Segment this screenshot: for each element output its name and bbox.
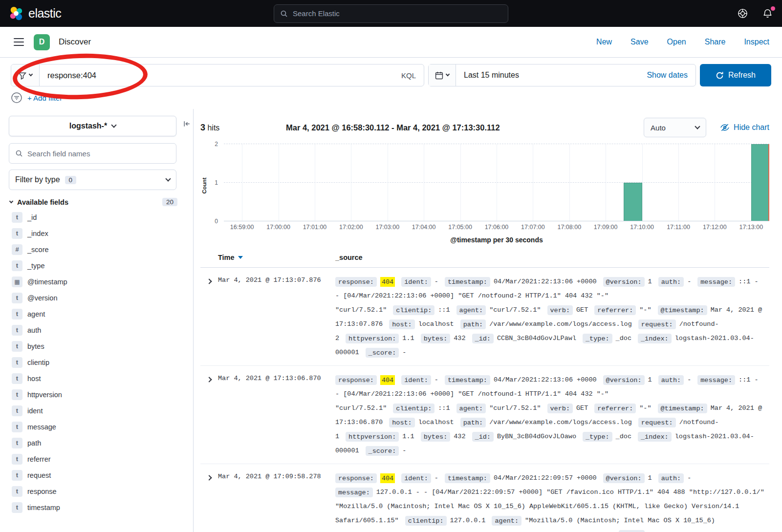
field-item-@timestamp[interactable]: ▦@timestamp	[9, 274, 184, 290]
x-gridline	[279, 144, 279, 221]
index-pattern-select[interactable]: logstash-*	[9, 116, 176, 136]
x-tick-label: 17:05:00	[448, 224, 472, 231]
field-item-response[interactable]: tresponse	[9, 483, 184, 499]
source-field-key: _score:	[366, 348, 399, 358]
source-field-key: response:	[335, 277, 377, 287]
expand-row-button[interactable]	[200, 471, 218, 532]
field-item-auth[interactable]: tauth	[9, 322, 184, 338]
field-item-_id[interactable]: t_id	[9, 209, 184, 225]
global-search-input[interactable]	[293, 9, 502, 18]
appbar-action-save[interactable]: Save	[630, 38, 648, 46]
appbar-action-inspect[interactable]: Inspect	[744, 38, 769, 46]
available-fields-accordion[interactable]: Available fields 20	[9, 198, 184, 206]
global-search[interactable]	[274, 4, 508, 23]
doc-time-cell: Mar 4, 2021 @ 17:09:58.278	[218, 471, 335, 532]
field-name: path	[27, 439, 41, 447]
time-column-header[interactable]: Time	[218, 254, 335, 261]
doc-source-cell: response:404ident:-timestamp:04/Mar/2021…	[335, 471, 769, 532]
field-list: t_idt_index#_scoret_type▦@timestampt@ver…	[9, 209, 184, 515]
source-field-value-highlighted: 404	[380, 375, 395, 385]
expand-row-button[interactable]	[200, 275, 218, 360]
field-item-host[interactable]: thost	[9, 370, 184, 386]
source-field-value: 432	[454, 433, 465, 440]
x-gridline	[715, 144, 715, 221]
x-tick-label: 17:13:00	[739, 224, 763, 231]
y-axis-label: Count	[201, 177, 207, 193]
hits-toolbar: 3 hits Mar 4, 2021 @ 16:58:30.112 - Mar …	[200, 117, 769, 138]
field-search[interactable]	[9, 143, 176, 164]
field-name: request	[27, 471, 51, 479]
sort-descending-icon[interactable]	[238, 256, 243, 259]
field-item-ident[interactable]: tident	[9, 403, 184, 419]
appbar-action-open[interactable]: Open	[667, 38, 686, 46]
add-filter-button[interactable]: + Add filter	[27, 94, 62, 102]
field-item-@version[interactable]: t@version	[9, 290, 184, 306]
chevron-down-icon	[695, 124, 700, 129]
query-language-button[interactable]: KQL	[396, 71, 416, 80]
appbar-action-share[interactable]: Share	[705, 38, 726, 46]
source-field-key: ident:	[401, 375, 431, 385]
field-item-agent[interactable]: tagent	[9, 306, 184, 322]
field-item-message[interactable]: tmessage	[9, 419, 184, 435]
source-field-value-highlighted: 404	[380, 277, 395, 287]
refresh-button[interactable]: Refresh	[700, 64, 771, 86]
help-icon[interactable]	[737, 8, 748, 19]
string-field-icon: t	[12, 260, 22, 271]
source-field-value: _doc	[616, 335, 631, 342]
menu-icon[interactable]	[13, 36, 25, 48]
source-field-value: CCBN_3cB04dGovJLPawl	[497, 335, 576, 342]
x-tick-label: 17:09:00	[594, 224, 618, 231]
space-avatar[interactable]: D	[34, 34, 50, 50]
x-gridline	[606, 144, 606, 221]
field-item-httpversion[interactable]: thttpversion	[9, 386, 184, 403]
doc-time-cell: Mar 4, 2021 @ 17:13:07.876	[218, 275, 335, 360]
source-field-value: 1	[648, 376, 652, 383]
elastic-logo[interactable]: elastic	[9, 6, 61, 21]
calendar-icon	[435, 71, 443, 80]
source-field-value: -	[434, 474, 438, 482]
source-field-key: ident:	[401, 277, 431, 287]
show-dates-button[interactable]: Show dates	[647, 71, 688, 80]
date-picker-menu-button[interactable]	[429, 64, 456, 86]
source-field-key: response:	[335, 473, 377, 483]
field-item-_score[interactable]: #_score	[9, 241, 184, 257]
field-item-request[interactable]: trequest	[9, 467, 184, 483]
time-range-value[interactable]: Last 15 minutes	[464, 71, 519, 80]
field-item-_index[interactable]: t_index	[9, 225, 184, 241]
global-header: elastic	[0, 0, 782, 27]
source-field-value: _doc	[616, 433, 631, 440]
filter-count-badge: 0	[65, 176, 77, 184]
hide-chart-button[interactable]: Hide chart	[720, 123, 769, 132]
appbar-action-new[interactable]: New	[596, 38, 612, 46]
field-search-input[interactable]	[27, 149, 170, 158]
field-item-path[interactable]: tpath	[9, 435, 184, 451]
notifications-icon[interactable]	[762, 8, 773, 19]
filter-by-type-button[interactable]: Filter by type 0	[9, 170, 176, 190]
time-range-display[interactable]: Last 15 minutes Show dates	[456, 71, 695, 80]
collapse-sidebar-icon[interactable]	[183, 120, 191, 128]
query-control: KQL	[11, 64, 424, 86]
string-field-icon: t	[12, 389, 22, 400]
app-header: D Discover NewSaveOpenShareInspect	[0, 27, 782, 58]
string-field-icon: t	[12, 341, 22, 352]
filter-circle-icon[interactable]	[11, 92, 22, 104]
expand-row-button[interactable]	[200, 373, 218, 458]
source-field-key: _type:	[583, 334, 612, 343]
eye-slash-icon	[720, 123, 730, 132]
field-item-referrer[interactable]: treferrer	[9, 451, 184, 467]
query-input[interactable]	[47, 71, 396, 80]
field-item-timestamp[interactable]: ttimestamp	[9, 499, 184, 515]
field-item-_type[interactable]: t_type	[9, 257, 184, 274]
histogram-chart: Count 012	[200, 144, 769, 221]
saved-query-menu-button[interactable]	[11, 64, 40, 86]
field-item-clientip[interactable]: tclientip	[9, 354, 184, 370]
source-field-key: clientip:	[393, 305, 434, 315]
interval-select[interactable]: Auto	[644, 118, 706, 137]
field-item-bytes[interactable]: tbytes	[9, 338, 184, 354]
field-name: @timestamp	[27, 278, 67, 286]
histogram-bar[interactable]	[624, 183, 642, 221]
string-field-icon: t	[12, 373, 22, 384]
histogram-bar[interactable]	[751, 144, 769, 221]
x-tick-label: 16:59:00	[230, 224, 254, 231]
source-field-value-highlighted: 404	[380, 473, 395, 483]
